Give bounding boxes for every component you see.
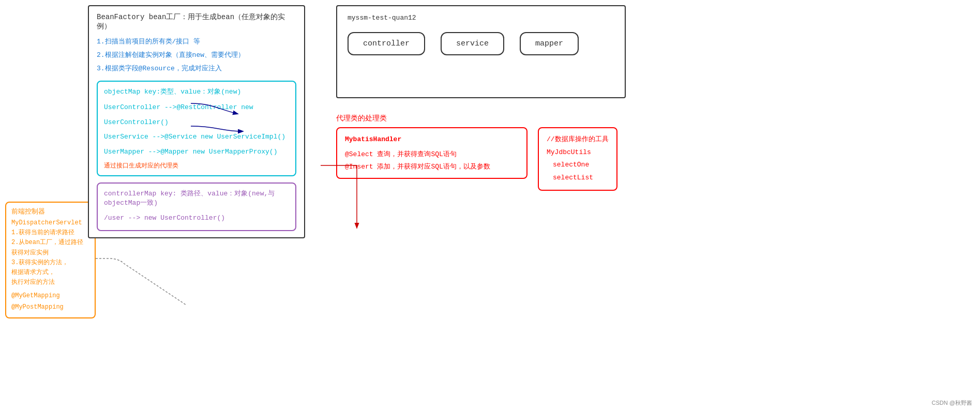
service-component: service — [441, 32, 504, 55]
main-container: 前端控制器 MyDispatcherServlet 1.获得当前的请求路径 2.… — [0, 0, 980, 411]
controller-map-box: controllerMap key: 类路径、value：对象(new,与obj… — [97, 182, 296, 231]
front-controller-label: 前端控制器 — [11, 207, 89, 216]
page-footer: CSDN @秋野酱 — [932, 399, 972, 407]
left-section: 前端控制器 MyDispatcherServlet 1.获得当前的请求路径 2.… — [5, 5, 315, 406]
object-map-row1: UserController -->@RestController new Us… — [104, 100, 289, 159]
proxy-handler-box: MybatisHandler @Select 查询，并获得查询SQL语句 @In… — [336, 127, 527, 179]
db-tools-content: //数据库操作的工具 MyJdbcUtils selectOne selectL… — [547, 133, 609, 185]
front-controller-name: MyDispatcherServlet 1.获得当前的请求路径 2.从bean工… — [11, 218, 89, 287]
controller-map-row: /user --> new UserController() — [104, 211, 289, 225]
bean-factory-box: BeanFactory bean工厂：用于生成bean（任意对象的实例） 1.扫… — [88, 5, 305, 238]
myssm-box: myssm-test-quan12 controller service map… — [336, 5, 626, 98]
proxy-handler-content: MybatisHandler @Select 查询，并获得查询SQL语句 @In… — [345, 133, 519, 173]
myssm-components: controller service mapper — [348, 32, 614, 55]
proxy-section: 代理类的处理类 MybatisHandler @Select 查询，并获得查询S… — [336, 114, 626, 191]
myssm-title: myssm-test-quan12 — [348, 14, 614, 22]
controller-component: controller — [348, 32, 425, 55]
proxy-content-row: MybatisHandler @Select 查询，并获得查询SQL语句 @In… — [336, 127, 626, 191]
right-section: myssm-test-quan12 controller service map… — [326, 5, 975, 406]
controller-map-title: controllerMap key: 类路径、value：对象(new,与obj… — [104, 189, 289, 207]
object-map-title: objectMap key:类型、value：对象(new) — [104, 87, 289, 96]
front-controller-box: 前端控制器 MyDispatcherServlet 1.获得当前的请求路径 2.… — [5, 202, 96, 318]
mapper-component: mapper — [520, 32, 579, 55]
db-tools-box: //数据库操作的工具 MyJdbcUtils selectOne selectL… — [538, 127, 617, 191]
bean-factory-title: BeanFactory bean工厂：用于生成bean（任意对象的实例） — [97, 12, 296, 31]
object-map-box: objectMap key:类型、value：对象(new) UserContr… — [97, 81, 296, 176]
proxy-note: 通过接口生成对应的代理类 — [104, 161, 289, 170]
bean-factory-steps: 1.扫描当前项目的所有类/接口 等 2.根据注解创建实例对象（直接new、需要代… — [97, 35, 296, 75]
front-controller-annotations: @MyGetMapping @MyPostMapping — [11, 291, 89, 313]
proxy-section-title: 代理类的处理类 — [336, 114, 626, 123]
